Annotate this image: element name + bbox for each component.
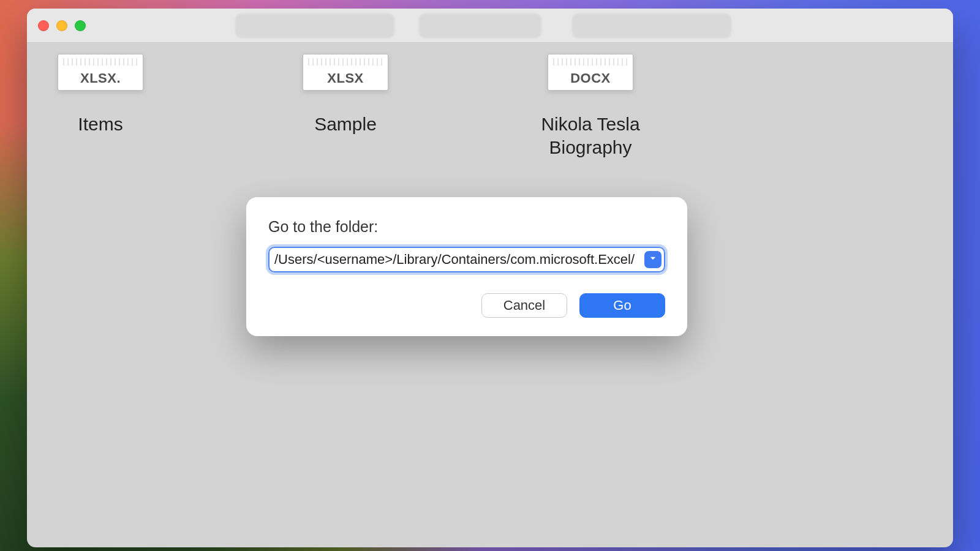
go-button[interactable]: Go <box>579 293 665 318</box>
go-to-folder-dialog: Go to the folder: Cancel Go <box>246 197 687 336</box>
file-thumbnail-icon: XLSX <box>303 54 388 91</box>
path-history-dropdown-button[interactable] <box>644 251 662 268</box>
window-traffic-lights <box>38 20 86 31</box>
file-item[interactable]: XLSX Sample <box>278 54 413 159</box>
window-titlebar <box>27 9 953 43</box>
toolbar-group-blurred <box>572 13 731 38</box>
close-window-button[interactable] <box>38 20 49 31</box>
dialog-button-row: Cancel Go <box>268 293 665 318</box>
file-thumbnail-icon: XLSX. <box>58 54 143 91</box>
file-item[interactable]: DOCX Nikola Tesla Biography <box>523 54 658 159</box>
file-item[interactable]: XLSX. Items <box>33 54 168 159</box>
file-label: Nikola Tesla Biography <box>523 113 658 159</box>
folder-path-input[interactable] <box>274 252 644 268</box>
file-label: Items <box>33 113 168 136</box>
file-thumbnail-icon: DOCX <box>548 54 633 91</box>
dialog-title: Go to the folder: <box>268 218 665 236</box>
finder-window: XLSX. Items XLSX Sample DOCX Nikola Tesl… <box>27 9 953 547</box>
chevron-down-icon <box>649 254 657 265</box>
path-combobox <box>268 247 665 272</box>
file-icon-grid: XLSX. Items XLSX Sample DOCX Nikola Tesl… <box>27 43 953 170</box>
toolbar-group-blurred <box>235 13 394 38</box>
cancel-button[interactable]: Cancel <box>481 293 567 318</box>
zoom-window-button[interactable] <box>75 20 86 31</box>
toolbar-group-blurred <box>419 13 541 38</box>
file-label: Sample <box>278 113 413 136</box>
minimize-window-button[interactable] <box>56 20 67 31</box>
